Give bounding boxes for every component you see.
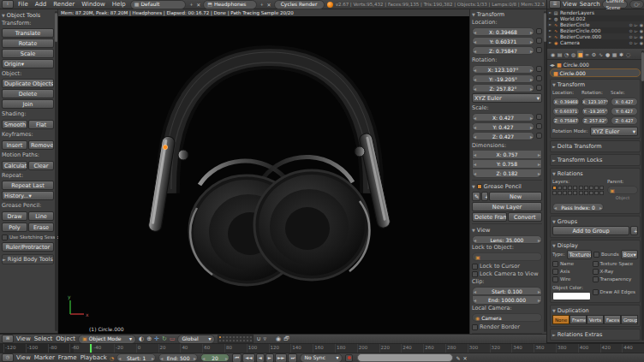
remove-keyframe-button[interactable]: Remove	[28, 140, 54, 150]
duplication-panel-header[interactable]: ▼Duplication	[552, 306, 638, 315]
repeat-last-button[interactable]: Repeat Last	[2, 181, 54, 190]
keying-set-field[interactable]	[357, 353, 453, 362]
rotation-mode-dropdown[interactable]: XYZ Euler▾	[472, 93, 542, 103]
outliner-row[interactable]: ► ∿ BezierCircle.000 ⊙ ▻ ◉	[547, 27, 644, 33]
parent-picker[interactable]: ▣	[607, 186, 638, 194]
display-option-checkbox[interactable]: Wire	[552, 276, 591, 283]
gp-add-icon[interactable]: ＋	[481, 192, 488, 201]
properties-tab[interactable]: ▦	[611, 50, 617, 58]
menu-item[interactable]: View	[16, 335, 31, 342]
delete-button[interactable]: Delete	[2, 89, 54, 98]
lock-object-picker[interactable]: ▣	[472, 252, 542, 261]
dimension-field[interactable]: ◂Z: 0.182▸	[472, 169, 542, 178]
properties-tab[interactable]: ◌	[625, 50, 631, 58]
visibility-eye-icon[interactable]: ⊙	[629, 22, 633, 27]
layers-grid[interactable]	[579, 186, 604, 195]
lock-icon[interactable]	[536, 38, 542, 44]
properties-tab[interactable]: ■	[577, 50, 583, 58]
properties-tab[interactable]: ∿	[598, 50, 604, 58]
use-preview-range-icon[interactable]: ◔	[110, 354, 114, 362]
display-option-checkbox[interactable]: Transparency	[593, 276, 638, 283]
display-option-checkbox[interactable]: X-Ray	[593, 268, 638, 276]
smooth-button[interactable]: Smooth	[2, 120, 27, 129]
insert-keyframe-button[interactable]: Insert	[2, 140, 27, 150]
outliner-row[interactable]: ► ∿ BezierCurve.000 ⊙ ▻ ◉	[547, 33, 644, 39]
visibility-eye-icon[interactable]: ⊙	[629, 28, 633, 33]
menu-item[interactable]: Object	[56, 335, 75, 342]
render-border-checkbox[interactable]: Render Border	[472, 323, 542, 331]
renderable-camera-icon[interactable]: ◉	[640, 22, 643, 27]
manipulator-translate-icon[interactable]: ✛	[154, 335, 159, 343]
display-panel-header[interactable]: ▼Display	[552, 241, 638, 250]
draw-all-edges-checkbox[interactable]: Draw All Edges	[593, 288, 638, 296]
playback-button[interactable]: ◄	[256, 353, 265, 362]
current-frame-field[interactable]: ◂20▸	[200, 353, 230, 362]
location-field[interactable]: Y: 0.60371	[552, 107, 580, 116]
selectable-cursor-icon[interactable]: ▻	[635, 22, 638, 27]
menu-item[interactable]: Frame	[58, 354, 77, 361]
clear-paths-button[interactable]: Clear	[28, 161, 54, 170]
expand-icon[interactable]: ►	[549, 16, 552, 21]
breadcrumb-back-icon[interactable]: ◂▸	[550, 62, 555, 68]
lock-icon[interactable]	[536, 85, 542, 91]
playback-button[interactable]: ⏮	[232, 353, 242, 362]
expand-icon[interactable]: ►	[549, 10, 552, 15]
rotation-mode-dropdown[interactable]: XYZ Euler▾	[590, 127, 638, 136]
rotation-field[interactable]: Z: 257.82°	[581, 116, 609, 125]
clip-start-field[interactable]: ◂Start: 0.100▸	[472, 287, 542, 295]
editor-type-icon[interactable]: i	[2, 0, 14, 9]
menu-item[interactable]: Select	[34, 335, 53, 342]
renderable-camera-icon[interactable]: ◉	[640, 40, 643, 45]
delete-scene-icon[interactable]: ✕	[267, 2, 271, 8]
pivot-point-icon[interactable]: ⊕	[146, 335, 152, 343]
menu-item[interactable]: Render	[51, 1, 76, 8]
outliner-search-input[interactable]: ○˒	[629, 0, 644, 9]
translate-button[interactable]: Translate	[2, 28, 54, 38]
gp-poly-button[interactable]: Poly	[2, 223, 27, 232]
display-option-checkbox[interactable]: Texture Space	[593, 260, 638, 268]
add-to-group-button[interactable]: Add to Group	[552, 226, 629, 235]
screen-layout-selector[interactable]: ▦ Default	[130, 0, 186, 9]
lock-icon[interactable]	[536, 75, 542, 81]
menu-item[interactable]: Playback	[80, 354, 107, 361]
playback-button[interactable]: ►►	[275, 353, 287, 362]
playback-button[interactable]: ◄◄	[242, 353, 254, 362]
delta-transform-panel[interactable]: ►Delta Transform	[550, 140, 641, 152]
duplication-option-button[interactable]: None	[552, 315, 569, 324]
lock-icon[interactable]	[536, 123, 542, 129]
end-frame-field[interactable]: ◂End: 500▸	[158, 353, 198, 362]
location-field[interactable]: X: 0.39468	[552, 98, 580, 106]
manipulator-scale-icon[interactable]: ▭	[170, 335, 176, 343]
menu-item[interactable]: Search	[580, 1, 600, 8]
duplicate-objects-button[interactable]: Duplicate Objects	[2, 79, 54, 88]
selectable-cursor-icon[interactable]: ▻	[635, 28, 638, 33]
snap-magnet-icon[interactable]: ∪	[256, 335, 260, 343]
object-name-field[interactable]: ■ Circle.000	[550, 68, 641, 77]
lock-icon[interactable]	[536, 66, 542, 72]
origin-dropdown[interactable]: Origin▾	[2, 59, 54, 68]
properties-tab[interactable]: ▤	[557, 50, 563, 58]
transform-locks-panel[interactable]: ►Transform Locks	[550, 154, 641, 166]
manipulator-rotate-icon[interactable]: ↻	[162, 335, 167, 343]
playback-button[interactable]: ►	[265, 353, 274, 362]
insert-keyframe-icon[interactable]: ✎	[456, 354, 460, 362]
gp-convert-button[interactable]: Convert	[508, 212, 543, 222]
snap-element-icon[interactable]: ▿	[264, 335, 267, 343]
groups-panel-header[interactable]: ▼Groups	[552, 217, 638, 226]
scale-button[interactable]: Scale	[2, 49, 54, 58]
rotation-field[interactable]: ◂Z: 257.82°▸	[472, 84, 534, 92]
expand-icon[interactable]: ►	[549, 22, 552, 27]
gp-draw-button[interactable]: Draw	[2, 211, 27, 221]
view-panel-header[interactable]: ▼View	[472, 226, 542, 234]
lock-icon[interactable]	[536, 47, 542, 53]
add-layout-icon[interactable]: ＋	[188, 1, 194, 9]
mode-dropdown[interactable]: ▣ Object Mode▾	[78, 335, 136, 344]
expand-icon[interactable]: ►	[549, 34, 552, 39]
scene-selector[interactable]: ⬒ Headphones	[203, 0, 256, 9]
playback-button[interactable]: ⏭	[288, 353, 297, 362]
draw-type-dropdown[interactable]: Textured▾	[567, 250, 593, 259]
auto-keyframe-record-button[interactable]	[345, 354, 353, 362]
lock-icon[interactable]	[536, 114, 542, 120]
clip-end-field[interactable]: ◂End: 1000.000▸	[472, 296, 542, 305]
viewport-3d[interactable]: x y Mem: 87.20M, Peak: 87.20M | Headphon…	[58, 9, 469, 334]
